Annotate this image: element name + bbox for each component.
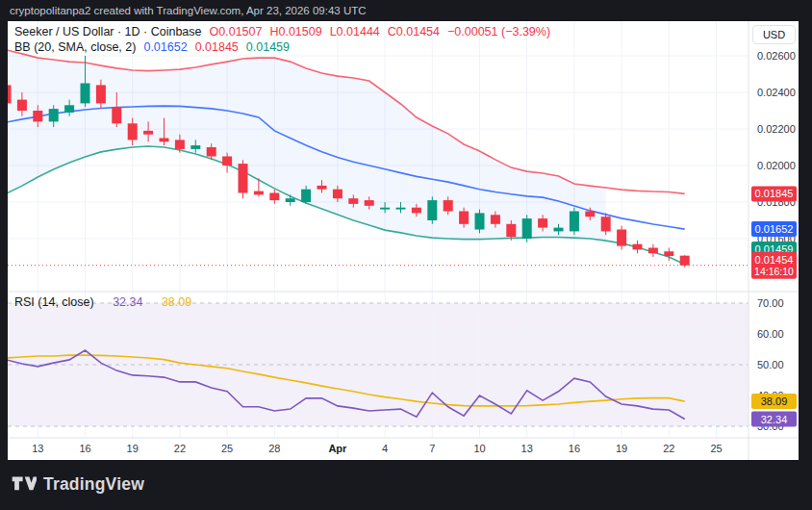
bb-upper-value: 0.01845	[195, 39, 239, 55]
candle-body	[333, 190, 343, 199]
candle-body	[17, 100, 27, 111]
candle-body	[286, 198, 295, 202]
candle-body	[128, 123, 138, 140]
rsi-value: 32.34	[113, 294, 142, 310]
time-tick-label: Apr	[328, 443, 347, 454]
time-tick-label: 19	[616, 443, 627, 454]
time-tick-label: 25	[710, 443, 722, 454]
candle-body	[175, 140, 185, 149]
tradingview-icon	[12, 473, 37, 495]
candle-body	[475, 213, 485, 229]
svg-text:0.01652: 0.01652	[755, 223, 794, 235]
svg-text:32.34: 32.34	[761, 414, 788, 425]
time-tick-label: 16	[79, 443, 90, 454]
candle-body	[459, 212, 469, 224]
candle-body	[8, 85, 12, 103]
time-tick-label: 22	[174, 443, 186, 454]
tradingview-logo-text: TradingView	[43, 474, 144, 495]
time-tick-label: 19	[127, 443, 139, 454]
candle-body	[348, 198, 358, 204]
attribution-text: cryptopolitanpa2 created with TradingVie…	[10, 5, 367, 16]
candle-body	[254, 191, 264, 195]
bb-basis-value: 0.01652	[143, 39, 187, 55]
price-tick-label: 0.02600	[757, 50, 796, 62]
candle-body	[112, 107, 121, 123]
candle-body	[301, 190, 311, 202]
rsi-tick-label: 70.00	[757, 297, 784, 309]
candle-body	[380, 208, 390, 210]
tradingview-logo-link[interactable]: TradingView	[12, 473, 144, 495]
candle-body	[491, 215, 500, 224]
candle-body	[33, 111, 42, 121]
high-value: H0.01509	[269, 24, 321, 39]
time-tick-label: 4	[382, 443, 388, 454]
attribution-bar: cryptopolitanpa2 created with TradingVie…	[0, 0, 812, 21]
time-tick-label: 28	[268, 443, 280, 454]
axis-badge: 0.01652	[751, 221, 797, 237]
candle-body	[601, 217, 611, 231]
chart-area: 0.026000.024000.022000.020000.018000.016…	[8, 21, 799, 460]
price-tick-label: 0.02200	[757, 123, 796, 135]
candle-body	[570, 212, 579, 232]
time-tick-label: 25	[221, 443, 233, 454]
bottom-bar: TradingView	[0, 460, 812, 510]
symbol-legend-row[interactable]: Seeker / US Dollar · 1D · Coinbase O0.01…	[14, 24, 550, 39]
change-value: −0.00051 (−3.39%)	[447, 24, 550, 39]
candle-body	[648, 248, 658, 254]
rsi-indicator-title: RSI (14, close)	[14, 294, 94, 310]
candle-body	[269, 193, 279, 201]
candle-body	[506, 224, 516, 237]
svg-text:0.01454: 0.01454	[755, 254, 794, 266]
candle-body	[81, 84, 90, 104]
currency-toggle-button[interactable]: USD	[752, 25, 796, 44]
candle-body	[412, 208, 421, 214]
candle-body	[585, 212, 595, 217]
axis-badge: 0.01845	[751, 186, 797, 201]
price-tick-label: 0.02000	[757, 160, 796, 171]
price-tick-label: 0.02400	[757, 87, 796, 98]
candle-body	[444, 200, 453, 211]
candle-body	[633, 244, 643, 250]
time-tick-label: 7	[429, 443, 435, 454]
candle-body	[207, 147, 216, 157]
candle-body	[538, 218, 547, 228]
candle-body	[617, 230, 626, 246]
axis-badge: 0.0145414:16:10	[751, 252, 797, 279]
candle-body	[190, 145, 200, 149]
candle-body	[680, 256, 690, 266]
rsi-ma-value: 38.09	[162, 294, 191, 310]
chart-canvas[interactable]: 0.026000.024000.022000.020000.018000.016…	[8, 21, 799, 460]
candle-body	[64, 105, 74, 113]
close-value: C0.01454	[388, 24, 440, 39]
main-legend: Seeker / US Dollar · 1D · Coinbase O0.01…	[14, 24, 550, 55]
bb-lower-value: 0.01459	[246, 39, 290, 55]
symbol-title: Seeker / US Dollar · 1D · Coinbase	[14, 24, 202, 39]
svg-text:14:16:10: 14:16:10	[754, 266, 794, 277]
time-tick-label: 22	[663, 443, 674, 454]
rsi-legend-row[interactable]: RSI (14, close) 32.34 38.09	[14, 294, 191, 310]
open-value: O0.01507	[210, 24, 263, 39]
candle-body	[427, 200, 437, 220]
candle-body	[160, 139, 169, 142]
candle-body	[365, 200, 374, 206]
candle-body	[49, 109, 59, 121]
time-tick-label: 13	[521, 443, 533, 454]
bb-legend-row[interactable]: BB (20, SMA, close, 2) 0.01652 0.01845 0…	[14, 39, 550, 55]
candle-body	[239, 164, 248, 192]
svg-text:38.09: 38.09	[761, 395, 788, 407]
axis-badge: 38.09	[751, 394, 797, 409]
candle-body	[317, 186, 327, 190]
candle-body	[96, 85, 106, 103]
time-tick-label: 13	[32, 443, 43, 454]
time-tick-label: 10	[473, 443, 485, 454]
candle-body	[143, 131, 153, 135]
candle-body	[222, 157, 232, 166]
axis-badge: 32.34	[751, 412, 797, 427]
svg-text:0.01845: 0.01845	[755, 188, 794, 199]
low-value: L0.01444	[330, 24, 380, 39]
candle-body	[522, 218, 532, 239]
rsi-tick-label: 60.00	[757, 328, 784, 340]
bb-indicator-title: BB (20, SMA, close, 2)	[14, 39, 136, 55]
candle-body	[664, 251, 673, 256]
candle-body	[396, 208, 406, 210]
